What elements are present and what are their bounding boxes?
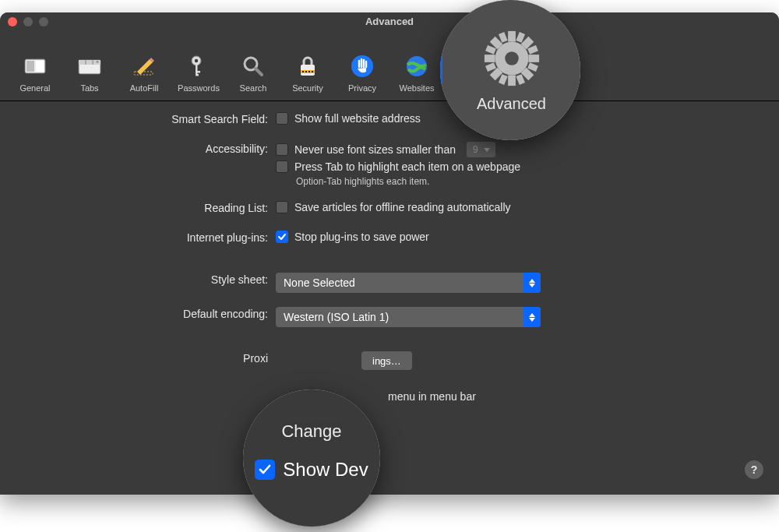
toolbar-tabs[interactable]: + Tabs xyxy=(65,49,114,96)
gear-icon xyxy=(512,52,540,80)
font-size-value: 9 xyxy=(473,144,478,155)
chevron-down-icon xyxy=(481,144,492,155)
toolbar-label: Tabs xyxy=(80,83,98,93)
toolbar-extensions[interactable]: Ext xyxy=(447,49,495,96)
default-encoding-label: Default encoding: xyxy=(19,307,276,320)
help-button[interactable]: ? xyxy=(745,460,763,479)
svg-rect-1 xyxy=(26,61,34,72)
toolbar-autofill[interactable]: AutoFill xyxy=(120,49,168,96)
svg-rect-29 xyxy=(524,73,527,78)
default-encoding-value: Western (ISO Latin 1) xyxy=(284,311,389,323)
accessibility-label: Accessibility: xyxy=(19,142,276,155)
toolbar-advanced[interactable]: Advanced xyxy=(502,49,550,96)
window-title: Advanced xyxy=(365,16,414,27)
toolbar-label: Security xyxy=(292,83,323,93)
never-use-font-size-checkbox[interactable] xyxy=(276,143,288,156)
press-tab-checkbox[interactable] xyxy=(276,160,288,173)
svg-rect-22 xyxy=(305,71,307,72)
toolbar-websites[interactable]: Websites xyxy=(393,49,441,96)
style-sheet-label: Style sheet: xyxy=(19,273,276,286)
preferences-toolbar: General + Tabs AutoFill Passwords Search xyxy=(0,31,779,101)
proxies-label-text: Proxi xyxy=(19,351,276,365)
toolbar-general[interactable]: General xyxy=(11,49,59,96)
toolbar-label: AutoFill xyxy=(130,83,159,93)
puzzle-icon xyxy=(457,52,485,80)
svg-marker-9 xyxy=(137,59,153,75)
toolbar-label: General xyxy=(19,83,50,93)
toolbar-passwords[interactable]: Passwords xyxy=(174,49,223,96)
proxies-label-real xyxy=(0,341,257,342)
toolbar-label: Advanced xyxy=(507,83,545,93)
toolbar-search[interactable]: Search xyxy=(229,49,277,96)
svg-rect-14 xyxy=(196,71,200,73)
minimize-window-button[interactable] xyxy=(23,17,33,26)
svg-rect-8 xyxy=(134,72,153,75)
pencil-icon xyxy=(130,52,158,80)
hand-icon xyxy=(348,52,376,80)
svg-rect-15 xyxy=(196,74,199,76)
globe-icon xyxy=(403,52,431,80)
close-window-button[interactable] xyxy=(8,17,17,26)
magnifier-icon xyxy=(239,52,267,80)
toolbar-label: Search xyxy=(240,83,267,93)
develop-spacer xyxy=(19,390,276,391)
stop-plugins-label: Stop plug-ins to save power xyxy=(294,231,429,243)
toolbar-label: Privacy xyxy=(348,83,376,93)
zoom-window-button[interactable] xyxy=(39,17,48,26)
press-tab-label: Press Tab to highlight each item on a we… xyxy=(294,160,520,173)
updown-caret-icon xyxy=(523,307,541,327)
lock-icon xyxy=(294,52,322,80)
window-controls xyxy=(8,17,48,26)
toolbar-label: Passwords xyxy=(178,83,220,93)
svg-text:+: + xyxy=(96,59,99,65)
tabs-icon: + xyxy=(76,52,104,80)
svg-rect-2 xyxy=(36,61,44,72)
advanced-pane: Smart Search Field: Show full website ad… xyxy=(0,101,779,439)
titlebar: Advanced xyxy=(0,12,779,31)
preferences-window: Advanced General + Tabs AutoFill Pas xyxy=(0,12,779,495)
default-encoding-select[interactable]: Western (ISO Latin 1) xyxy=(276,307,541,327)
change-settings-label: ings… xyxy=(372,355,401,367)
change-settings-button[interactable]: ings… xyxy=(361,351,412,370)
toolbar-label: Ext xyxy=(465,83,478,93)
option-tab-hint: Option-Tab highlights each item. xyxy=(296,176,760,187)
svg-point-36 xyxy=(523,63,529,69)
toolbar-label: Websites xyxy=(399,83,434,93)
switch-icon xyxy=(21,52,49,80)
font-size-select[interactable]: 9 xyxy=(467,142,495,157)
save-offline-checkbox[interactable] xyxy=(276,201,288,213)
toolbar-privacy[interactable]: Privacy xyxy=(338,49,386,96)
svg-rect-31 xyxy=(514,65,519,68)
never-use-font-size-label: Never use font sizes smaller than xyxy=(294,143,456,156)
smart-search-label: Smart Search Field: xyxy=(19,112,276,125)
reading-list-label: Reading List: xyxy=(19,201,276,214)
svg-line-17 xyxy=(256,69,262,75)
style-sheet-select[interactable]: None Selected xyxy=(276,273,541,293)
svg-rect-21 xyxy=(302,71,304,72)
key-icon xyxy=(185,52,213,80)
toolbar-security[interactable]: Security xyxy=(284,49,332,96)
updown-caret-icon xyxy=(523,273,541,293)
svg-rect-23 xyxy=(308,71,310,72)
show-full-address-label: Show full website address xyxy=(294,112,421,125)
svg-rect-30 xyxy=(533,65,538,68)
svg-rect-13 xyxy=(196,65,198,76)
svg-rect-28 xyxy=(524,55,527,59)
show-develop-menu-label: menu in menu bar xyxy=(388,390,476,403)
style-sheet-value: None Selected xyxy=(284,277,355,289)
svg-rect-24 xyxy=(312,71,313,72)
show-full-address-checkbox[interactable] xyxy=(276,112,288,125)
help-icon: ? xyxy=(751,463,758,476)
svg-point-12 xyxy=(195,59,198,62)
stop-plugins-checkbox[interactable] xyxy=(276,231,288,243)
plugins-label: Internet plug-ins: xyxy=(19,231,276,244)
save-offline-label: Save articles for offline reading automa… xyxy=(294,201,511,213)
